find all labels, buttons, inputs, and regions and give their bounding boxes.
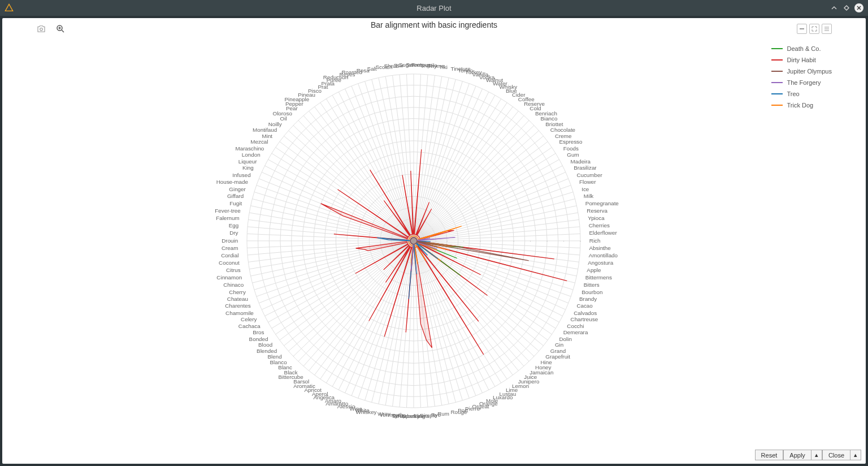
svg-text:Ginger: Ginger (229, 186, 246, 192)
svg-text:Flower: Flower (579, 179, 596, 185)
camera-icon[interactable] (36, 24, 46, 34)
svg-text:Bittermens: Bittermens (585, 274, 612, 281)
svg-text:Cinnamon: Cinnamon (216, 274, 242, 281)
svg-text:Apple: Apple (587, 267, 601, 273)
close-window-button[interactable] (854, 3, 863, 12)
svg-text:Cachaca: Cachaca (238, 323, 261, 329)
legend-item-the-forgery[interactable]: The Forgery (771, 79, 832, 86)
zoom-icon[interactable] (55, 24, 66, 34)
svg-text:Cordial: Cordial (221, 252, 238, 258)
expand-icon[interactable] (809, 24, 819, 34)
svg-text:·: · (496, 238, 498, 244)
svg-line-90 (414, 74, 421, 241)
svg-text:Bitters: Bitters (584, 282, 600, 288)
titlebar: Radar Plot (0, 0, 868, 16)
svg-text:Rich: Rich (589, 238, 601, 244)
svg-text:Gin: Gin (555, 342, 563, 348)
legend-swatch (771, 93, 783, 94)
svg-line-170 (248, 241, 414, 255)
svg-text:Cream: Cream (222, 245, 238, 251)
svg-text:King: King (242, 165, 254, 171)
close-button[interactable]: Close (822, 450, 850, 460)
minimize-button[interactable] (830, 3, 839, 12)
svg-line-142 (268, 159, 414, 241)
footer-buttons: Reset Apply ▴ Close ▴ (755, 450, 861, 460)
svg-text:Bros: Bros (253, 329, 264, 335)
svg-text:Chocolate: Chocolate (550, 127, 576, 133)
legend-swatch (771, 59, 783, 61)
svg-line-152 (254, 192, 414, 241)
legend-item-dirty-habit[interactable]: Dirty Habit (771, 57, 832, 63)
svg-text:·: · (563, 238, 565, 244)
svg-text:Grapefruit: Grapefruit (545, 353, 570, 360)
apply-menu-button[interactable]: ▴ (811, 450, 822, 460)
svg-text:London: London (242, 152, 261, 158)
legend-item-treo[interactable]: Treo (771, 90, 832, 97)
svg-text:Liqueur: Liqueur (238, 158, 258, 165)
svg-line-96 (400, 75, 414, 241)
svg-text:Rum: Rum (437, 411, 449, 417)
svg-text:Gum: Gum (567, 152, 579, 158)
svg-text:Chamomile: Chamomile (225, 310, 254, 316)
legend-item-trick-dog[interactable]: Trick Dog (771, 102, 832, 109)
svg-line-116 (332, 95, 414, 241)
menu-icon[interactable] (822, 24, 832, 34)
legend-label: Trick Dog (787, 102, 814, 109)
svg-text:Fever-tree: Fever-tree (215, 208, 241, 214)
svg-text:Milk: Milk (584, 193, 594, 199)
svg-text:Coconut: Coconut (219, 260, 240, 266)
svg-line-238 (406, 241, 414, 408)
svg-line-300 (414, 241, 573, 290)
svg-line-78 (414, 81, 462, 241)
plot-area[interactable]: RichElderflowerCherriesYpiocaReservaPome… (14, 35, 747, 441)
reset-button[interactable]: Reset (755, 450, 784, 460)
radar-chart[interactable]: RichElderflowerCherriesYpiocaReservaPome… (14, 35, 747, 441)
legend-item-death-co-[interactable]: Death & Co. (771, 45, 832, 52)
apply-button[interactable]: Apply (783, 450, 811, 460)
legend-swatch (771, 71, 783, 72)
svg-text:Calvados: Calvados (574, 310, 597, 316)
svg-text:Grand: Grand (550, 348, 566, 354)
close-menu-button[interactable]: ▴ (850, 450, 861, 460)
svg-text:Foods: Foods (563, 145, 579, 152)
window-title: Radar Plot (416, 4, 451, 12)
svg-text:Giffard: Giffard (227, 193, 244, 199)
svg-text:Mint: Mint (262, 133, 273, 139)
svg-text:Chinaco: Chinaco (223, 282, 244, 288)
window-controls (830, 3, 863, 12)
svg-text:Maraschino: Maraschino (236, 145, 264, 152)
svg-text:Scotch: Scotch (375, 64, 392, 70)
svg-text:Ypioca: Ypioca (588, 215, 605, 221)
svg-text:Blood: Blood (258, 342, 272, 348)
legend-label: The Forgery (787, 79, 821, 86)
svg-text:Fugit: Fugit (229, 200, 242, 206)
legend: Death & Co.Dirty HabitJupiter OlympusThe… (771, 41, 832, 113)
legend-item-jupiter-olympus[interactable]: Jupiter Olympus (771, 68, 832, 75)
svg-text:Madeira: Madeira (571, 158, 591, 165)
svg-text:Bonded: Bonded (249, 336, 268, 342)
svg-text:Mezcal: Mezcal (250, 139, 268, 145)
svg-text:Ice: Ice (581, 186, 589, 192)
maximize-button[interactable] (842, 3, 851, 12)
svg-text:Reserva: Reserva (587, 208, 607, 214)
svg-text:Chateau: Chateau (227, 296, 248, 302)
svg-text:Cacao: Cacao (576, 303, 593, 309)
legend-label: Treo (787, 90, 800, 97)
svg-text:Elderflower: Elderflower (589, 230, 618, 236)
svg-text:Angostura: Angostura (588, 260, 613, 266)
legend-swatch (771, 105, 783, 106)
svg-text:Cocchi: Cocchi (567, 323, 584, 329)
svg-text:Brasilizar: Brasilizar (574, 165, 597, 171)
svg-text:House-made: House-made (216, 179, 249, 185)
svg-text:Bourbon: Bourbon (581, 289, 602, 295)
legend-swatch (771, 82, 783, 83)
legend-label: Death & Co. (787, 45, 821, 52)
svg-text:·: · (580, 238, 581, 244)
svg-text:·: · (480, 238, 481, 244)
svg-text:Tincture: Tincture (450, 66, 471, 72)
collapse-icon[interactable] (797, 24, 807, 34)
chart-title: Bar alignment with basic ingredients (371, 20, 497, 29)
svg-text:·: · (513, 238, 515, 244)
svg-text:·: · (530, 238, 531, 244)
svg-text:Espresso: Espresso (559, 139, 583, 145)
